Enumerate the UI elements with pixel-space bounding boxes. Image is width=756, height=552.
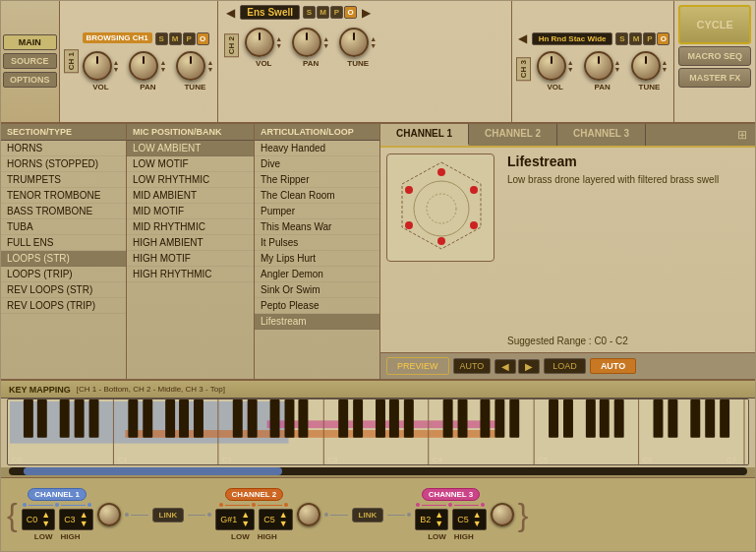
ch3-low-note[interactable]: B2 ▲▼ [415,509,448,530]
master-fx-button[interactable]: MASTER FX [678,68,751,88]
ch1-vol-knob[interactable] [83,51,112,81]
ch2-low-note[interactable]: G#1 ▲▼ [215,509,255,530]
m-button-ens[interactable]: M [317,6,329,19]
ch1-high-note[interactable]: C3 ▲▼ [59,509,92,530]
articulation-item[interactable]: Dive [255,156,379,172]
s-button-ch1[interactable]: S [155,32,168,45]
m-button-hn[interactable]: M [629,32,642,45]
ch2-range-knob[interactable] [297,503,320,526]
mic-item[interactable]: MID MOTIF [127,204,254,219]
ch3-pan-arrows[interactable]: ▲▼ [614,59,621,73]
ch2-vol-arrows[interactable]: ▲▼ [275,35,282,49]
ch3-range-knob[interactable] [491,503,514,526]
s-button-hn[interactable]: S [615,32,628,45]
channel-tab-3[interactable]: CHANNEL 3 [557,124,646,146]
section-item[interactable]: BASS TROMBONE [1,204,126,219]
auto-orange-button[interactable]: AUTO [590,358,636,374]
out-button-ens[interactable]: O [344,6,357,19]
hn-prev-btn[interactable]: ◀ [516,31,529,45]
ch2-tune-arrows[interactable]: ▲▼ [370,35,377,49]
channel-tab-1[interactable]: CHANNEL 1 [380,124,469,146]
options-tab-button[interactable]: OPTIONS [3,72,57,88]
link-button-2[interactable]: LINK [352,508,384,522]
ch2-pan-knob[interactable] [292,28,321,57]
ch1-tune-knob[interactable] [176,51,205,81]
articulation-item[interactable]: Sink Or Swim [255,282,379,298]
section-item[interactable]: REV LOOPS (TRIP) [1,298,126,314]
cycle-button[interactable]: CYCLE [678,5,751,44]
ens-next-btn[interactable]: ▶ [360,6,373,20]
channel-tab-2[interactable]: CHANNEL 2 [469,124,557,146]
articulation-item[interactable]: Pumper [255,204,379,219]
articulation-item[interactable]: The Ripper [255,172,379,188]
mic-item[interactable]: MID AMBIENT [127,188,254,204]
ch3-pan-knob[interactable] [584,51,613,81]
mic-item[interactable]: HIGH MOTIF [127,251,254,267]
section-item[interactable]: LOOPS (STR) [1,251,126,267]
ch1-range-slider[interactable] [24,467,282,475]
articulation-item[interactable]: The Clean Room [255,188,379,204]
ch1-tune-arrows[interactable]: ▲▼ [206,59,213,73]
ch3-range-label[interactable]: CHANNEL 3 [422,488,481,501]
section-item[interactable]: TENOR TROMBONE [1,188,126,204]
out-button-ch1[interactable]: O [197,32,209,45]
articulation-item[interactable]: It Pulses [255,235,379,251]
ch2-range-label[interactable]: CHANNEL 2 [225,488,284,501]
section-item[interactable]: TUBA [1,219,126,235]
section-item[interactable]: TRUMPETS [1,172,126,188]
section-item[interactable]: REV LOOPS (STR) [1,282,126,298]
macro-seq-button[interactable]: MACRO SEQ [678,46,751,66]
ch2-pan-arrows[interactable]: ▲▼ [322,35,329,49]
svg-rect-43 [494,399,504,438]
p-button-ch1[interactable]: P [183,32,196,45]
ch2-vol-knob[interactable] [245,28,274,57]
mic-item[interactable]: LOW MOTIF [127,156,254,172]
m-button-ch1[interactable]: M [169,32,182,45]
articulation-item[interactable]: My Lips Hurt [255,251,379,267]
ch2-high-note[interactable]: C5 ▲▼ [259,509,292,530]
articulation-item[interactable]: This Means War [255,219,379,235]
main-tab-button[interactable]: MAIN [3,34,57,50]
section-item[interactable]: HORNS [1,141,126,156]
ch3-vol-arrows[interactable]: ▲▼ [567,59,574,73]
mic-item[interactable]: LOW AMBIENT [127,141,254,156]
ch3-vol-knob[interactable] [537,51,566,81]
articulation-item[interactable]: Lifestream [255,314,379,330]
s-button-ens[interactable]: S [303,6,316,19]
ch3-tune-knob[interactable] [631,51,661,81]
expand-button[interactable]: ⊞ [729,124,755,146]
section-item[interactable]: HORNS (STOPPED) [1,156,126,172]
mic-item[interactable]: MID RHYTHMIC [127,219,254,235]
source-tab-button[interactable]: SOURCE [3,53,57,69]
articulation-item[interactable]: Pepto Please [255,298,379,314]
ch1-vol-arrows[interactable]: ▲▼ [113,59,120,73]
load-button[interactable]: LOAD [544,358,586,374]
p-button-ens[interactable]: P [330,6,343,19]
preview-button[interactable]: PREVIEW [391,359,444,373]
ch3-label: CH 3 [516,57,531,81]
ch1-low-note[interactable]: C0 ▲▼ [22,509,55,530]
link-button-1[interactable]: LINK [152,508,185,522]
ch1-range-label[interactable]: CHANNEL 1 [28,488,87,501]
section-item[interactable]: LOOPS (TRIP) [1,267,126,282]
ch1-pan-arrows[interactable]: ▲▼ [159,59,166,73]
out-button-hn[interactable]: O [657,32,669,45]
mic-item[interactable]: LOW RHYTHMIC [127,172,254,188]
ens-prev-btn[interactable]: ◀ [224,6,237,20]
section-item[interactable]: FULL ENS [1,235,126,251]
ch3-high-note[interactable]: C5 ▲▼ [452,509,486,530]
ch1-range-knob[interactable] [97,503,121,526]
ch3-tune-arrows[interactable]: ▲▼ [662,59,669,73]
mic-item[interactable]: HIGH RHYTHMIC [127,267,254,282]
next-instrument-button[interactable]: ▶ [518,359,540,374]
prev-instrument-button[interactable]: ◀ [494,359,516,374]
ch1-pan-knob[interactable] [129,51,158,81]
auto-button[interactable]: AUTO [453,358,492,374]
mic-item[interactable]: HIGH AMBIENT [127,235,254,251]
articulation-item[interactable]: Heavy Handed [255,141,379,156]
xy-pad[interactable] [386,153,494,262]
articulation-item[interactable]: Angler Demon [255,267,379,282]
ch2-tune-knob[interactable] [339,28,369,57]
p-button-hn[interactable]: P [643,32,656,45]
piano-keyboard[interactable]: C0 C1 C2 C3 C4 C5 C6 C7 [7,399,749,465]
